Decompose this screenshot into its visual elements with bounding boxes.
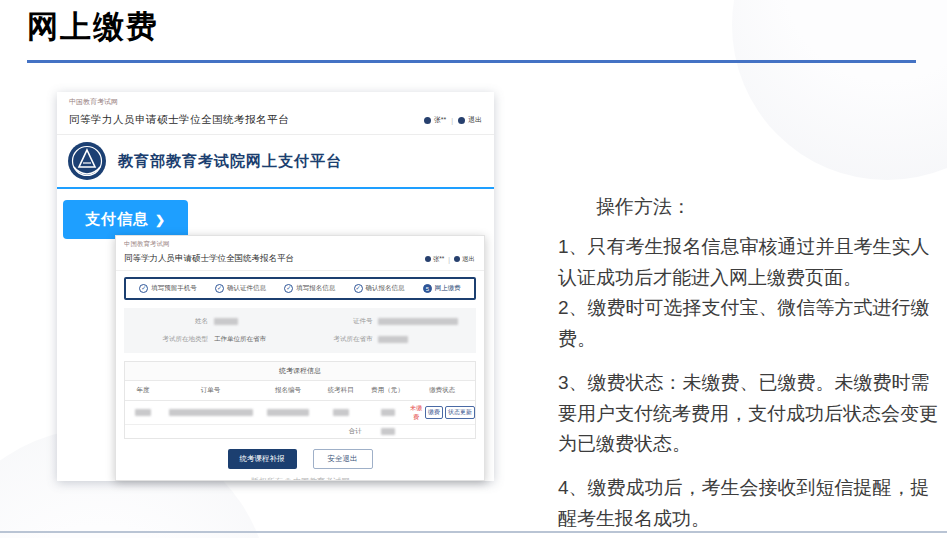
status-unpaid-label: 未缴费 <box>409 404 423 422</box>
page-title: 网上缴费 <box>27 6 159 48</box>
site-name-label: 中国教育考试网 <box>116 236 484 249</box>
col-subject: 统考科目 <box>316 381 366 400</box>
col-year: 年度 <box>125 381 161 400</box>
candidate-info-panel: 姓名 证件号 考试所在地类型 工作单位所在省市 考试所在省市 <box>124 308 476 353</box>
redacted-name-value <box>214 318 238 325</box>
instructions-heading: 操作方法： <box>558 192 944 223</box>
registration-portal-screenshot: 中国教育考试网 同等学力人员申请硕士学位全国统考报名平台 张** | 退出 教育… <box>57 92 494 481</box>
safe-exit-button[interactable]: 安全退出 <box>313 449 373 469</box>
col-order-no: 订单号 <box>161 381 260 400</box>
col-fee: 费用（元） <box>366 381 410 400</box>
clipped-footer-text: 版权所有 © 中国教育考试网 <box>116 476 484 481</box>
header-user-area: 张** | 退出 <box>425 255 475 264</box>
payment-info-button-label: 支付信息 <box>85 210 149 229</box>
instruction-item-3: 3、缴费状态：未缴费、已缴费。未缴费时需要用户支付统考费用，支付成功后状态会变更… <box>558 368 944 460</box>
col-registration-no: 报名编号 <box>260 381 316 400</box>
course-table: 统考课程信息 年度 订单号 报名编号 统考科目 费用（元） 缴费状态 <box>124 361 476 439</box>
title-underline <box>27 60 916 63</box>
instructions-panel: 操作方法： 1、只有考生报名信息审核通过并且考生实人认证成功后才能进入网上缴费页… <box>558 192 944 538</box>
action-buttons: 统考课程补报 安全退出 <box>116 449 484 469</box>
field-id-number: 证件号 <box>316 317 464 326</box>
logout-icon <box>458 117 465 124</box>
instruction-item-2: 2、缴费时可选择支付宝、微信等方式进行缴费。 <box>558 293 944 355</box>
total-label: 合计 <box>316 427 366 436</box>
logout-icon <box>454 256 460 262</box>
redacted-id-value <box>378 318 458 325</box>
step-confirm-registration: ✓ 确认报名信息 <box>354 284 405 293</box>
redacted-city-value <box>378 336 408 343</box>
slide: 网上缴费 中国教育考试网 同等学力人员申请硕士学位全国统考报名平台 张** | … <box>0 0 947 538</box>
step-confirm-id: ✓ 确认证件信息 <box>215 284 266 293</box>
field-exam-city: 考试所在省市 <box>316 335 464 344</box>
pay-button[interactable]: 缴费 <box>425 406 443 419</box>
portal-header: 同等学力人员申请硕士学位全国统考报名平台 张** | 退出 <box>57 107 494 135</box>
user-icon <box>425 256 431 262</box>
redacted-year <box>135 409 151 416</box>
header-divider: | <box>448 256 450 263</box>
redacted-fee <box>381 409 395 416</box>
user-name-link[interactable]: 张** <box>434 115 446 125</box>
payment-page-screenshot: 中国教育考试网 同等学力人员申请硕士学位全国统考报名平台 张** | 退出 ✓ … <box>115 235 485 481</box>
payment-platform-title: 教育部教育考试院网上支付平台 <box>118 152 342 171</box>
portal-title: 同等学力人员申请硕士学位全国统考报名平台 <box>69 113 289 127</box>
field-name: 姓名 <box>136 317 316 326</box>
logout-link[interactable]: 退出 <box>468 115 482 125</box>
instruction-item-4: 4、缴费成功后，考生会接收到短信提醒，提醒考生报名成功。 <box>558 473 944 535</box>
header-divider: | <box>451 117 453 124</box>
check-icon: ✓ <box>139 284 148 293</box>
step-fill-registration: ✓ 填写报名信息 <box>284 284 335 293</box>
course-table-title: 统考课程信息 <box>125 362 475 381</box>
table-total-row: 合计 <box>125 425 475 438</box>
check-icon: ✓ <box>215 284 224 293</box>
check-icon: ✓ <box>284 284 293 293</box>
portal-title: 同等学力人员申请硕士学位全国统考报名平台 <box>124 253 294 265</box>
header-user-area: 张** | 退出 <box>424 115 482 125</box>
col-payment-status: 缴费状态 <box>409 381 475 400</box>
site-name-label: 中国教育考试网 <box>57 92 494 107</box>
instruction-item-1: 1、只有考生报名信息审核通过并且考生实人认证成功后才能进入网上缴费页面。 <box>558 232 944 294</box>
progress-steps: ✓ 填写预留手机号 ✓ 确认证件信息 ✓ 填写报名信息 ✓ 确认报名信息 5 <box>124 277 476 300</box>
check-icon: ✓ <box>354 284 363 293</box>
status-refresh-button[interactable]: 状态更新 <box>445 406 475 419</box>
payment-info-button[interactable]: 支付信息 ❯ <box>63 200 188 239</box>
chevron-right-icon: ❯ <box>155 213 166 227</box>
decorative-circle-top-right <box>732 0 947 180</box>
step-number-icon: 5 <box>423 284 432 293</box>
payment-platform-banner: 教育部教育考试院网上支付平台 <box>57 135 494 187</box>
slide-bottom-border <box>0 531 947 533</box>
redacted-subject <box>333 409 349 416</box>
table-row: 未缴费 缴费 状态更新 <box>125 401 475 425</box>
redacted-registration-no <box>267 409 309 416</box>
field-exam-area-type: 考试所在地类型 工作单位所在省市 <box>136 335 316 344</box>
payment-page-header: 同等学力人员申请硕士学位全国统考报名平台 张** | 退出 <box>116 249 484 271</box>
banner-underline <box>57 187 494 189</box>
neea-logo-icon <box>67 141 107 181</box>
logout-link[interactable]: 退出 <box>462 255 475 264</box>
user-icon <box>424 117 431 124</box>
redacted-order-no <box>169 409 253 416</box>
course-table-header: 年度 订单号 报名编号 统考科目 费用（元） 缴费状态 <box>125 381 475 401</box>
step-fill-phone: ✓ 填写预留手机号 <box>139 284 197 293</box>
step-online-payment: 5 网上缴费 <box>423 284 461 293</box>
redacted-total-fee <box>381 428 395 435</box>
course-supplement-button[interactable]: 统考课程补报 <box>228 449 297 469</box>
user-name-link[interactable]: 张** <box>433 255 445 264</box>
